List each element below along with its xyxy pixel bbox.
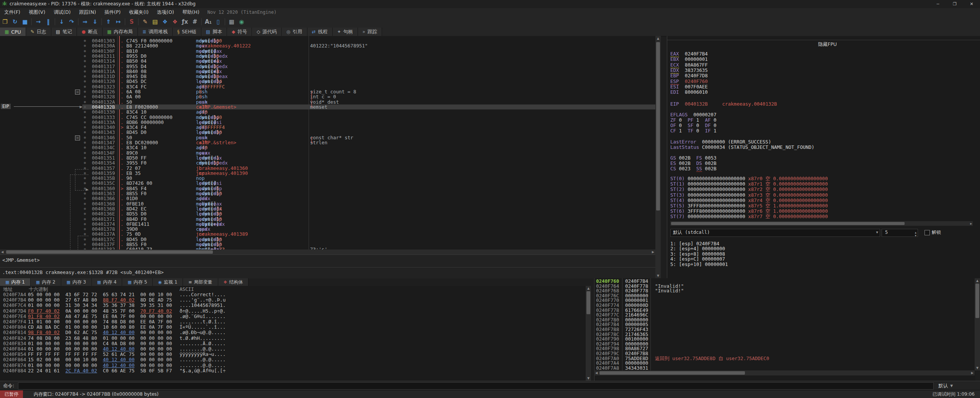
disasm-row[interactable]: ●0040137A.75 0Djne crakmeeasy.401389 <box>0 232 655 237</box>
menu-item-帮助H[interactable]: 帮助(H) <box>178 9 204 16</box>
register-st(0)[interactable]: ST(0) 00000000000000000000 x87r0 空 0.000… <box>670 176 828 181</box>
register-st(2)[interactable]: ST(2) 00000000000000000000 x87r2 空 0.000… <box>670 187 828 192</box>
disasm-row[interactable]: ●00401351.8D50 FFlea edx,dword ptr ds:[e… <box>0 155 655 160</box>
stack-row[interactable]: 0240F79000100000 <box>595 337 975 342</box>
register-ebp[interactable]: EBP 0240F7D8 <box>670 73 708 78</box>
register-esp[interactable]: ESP 0240F760 <box>670 79 708 84</box>
tab-引用[interactable]: ◎引用 <box>282 28 307 36</box>
command-input[interactable] <box>18 382 934 390</box>
disasm-row[interactable]: ●00401326.6A 08push 8┌size_t count = 8 <box>0 89 655 94</box>
flags-row[interactable]: OF 0 SF 0 DF 0 <box>670 123 717 128</box>
stack-row[interactable]: 0240F77C2164696C <box>595 313 975 318</box>
tab-监视1[interactable]: ◉监视 1 <box>153 278 183 286</box>
stack-argument[interactable]: 5: [esp+10] 00000001 <box>670 262 728 267</box>
register-eax[interactable]: EAX 0240F7B4 <box>670 51 708 57</box>
memory-dump-panel[interactable]: 地址 十六进制 ASCII 0240F7A405 00 00 00 43 6F … <box>0 286 591 381</box>
register-eip[interactable]: EIP 0040132B crakmeeasy.0040132B <box>670 101 777 107</box>
maximize-button[interactable]: ❐ <box>946 0 963 8</box>
disasm-row[interactable]: ●0040131A.8B40 08mov eax,dword ptr ds:[e… <box>0 69 655 74</box>
stack-vscrollbar[interactable]: ▲ ▼ <box>975 278 980 370</box>
tab-内存5[interactable]: ▦内存 5 <box>122 278 153 286</box>
text-icon[interactable]: A₁ <box>203 18 213 25</box>
tab-句柄[interactable]: ✦句柄 <box>333 28 358 36</box>
menu-item-视图V[interactable]: 视图(V) <box>24 9 49 16</box>
last-error[interactable]: LastError 00000000 (ERROR_SUCCESS) <box>670 139 771 145</box>
collapse-box[interactable]: − <box>75 135 80 140</box>
stack-row[interactable]: 0240F78872726F43 <box>595 327 975 332</box>
disasm-row[interactable]: ●00401333.C745 CC 00000000mov dword ptr … <box>0 115 655 120</box>
calling-convention-select[interactable]: 默认 (stdcall)▼ <box>670 229 880 237</box>
disasm-row[interactable]: ●0040133A.8DB6 00000000lea esi,dword ptr… <box>0 120 655 125</box>
segment-row[interactable]: ES 002B DS 002B <box>670 161 716 166</box>
register-st(6)[interactable]: ST(6) 3FFF8000000000000000 x87r6 空 1.000… <box>670 209 828 214</box>
collapse-box[interactable]: − <box>75 90 80 95</box>
close-button[interactable]: ✕ <box>963 0 980 8</box>
disasm-row[interactable]: ●00401363.8B55 F0mov edx,dword ptr ss:[e… <box>0 191 655 196</box>
disasm-row[interactable]: ●00401360>8B45 F4mov eax,dword ptr ss:[e… <box>0 186 655 191</box>
menu-item-收藏夹I[interactable]: 收藏夹(I) <box>125 9 153 16</box>
disasm-row[interactable]: ●0040137C.8D45 D0lea eax,dword ptr ss:[e… <box>0 237 655 242</box>
fx-icon[interactable]: ƒx <box>180 18 190 25</box>
tab-脚本[interactable]: ▤脚本 <box>201 28 227 36</box>
stack-row[interactable]: 0240F79400000000 <box>595 342 975 347</box>
disasm-row[interactable]: ●00401320.8D45 DClea eax,dword ptr ss:[e… <box>0 79 655 84</box>
device-icon[interactable]: ▯ <box>213 18 223 25</box>
disasm-row[interactable]: ●00401371.8B4D F0mov ecx,dword ptr ss:[e… <box>0 217 655 222</box>
disasm-row[interactable]: ●00401347.E8 DC020000call <JMP.&strlen>└… <box>0 140 655 145</box>
run-until-icon[interactable]: ↦ <box>113 18 123 25</box>
source-step-icon[interactable]: S <box>127 18 137 25</box>
command-profile-select[interactable]: 默认▼ <box>938 383 953 389</box>
disasm-row[interactable]: ●00401382.C60410 73mov byte ptr ds:[edx+… <box>0 247 655 250</box>
register-esi[interactable]: ESI 007F0AEE <box>670 84 708 90</box>
menu-item-跟踪N[interactable]: 跟踪(N) <box>75 9 100 16</box>
tab-内存2[interactable]: ▦内存 2 <box>31 278 61 286</box>
tab-日志[interactable]: ✎日志 <box>26 28 51 36</box>
disasm-row[interactable]: ●00401368.0FBE10movsx edx,byte ptr ds:[e… <box>0 201 655 206</box>
run-to-user-code-icon[interactable]: ⇑ <box>103 18 113 25</box>
stack-row[interactable]: 0240F7640240F778"Invalid!" <box>595 284 975 289</box>
stack-row[interactable]: 0240F77861766E49 <box>595 308 975 313</box>
tab-符号[interactable]: ◆符号 <box>227 28 252 36</box>
disasm-row[interactable]: ●0040132B.E8 F0020000call <JMP.&memset>└… <box>0 104 655 109</box>
disasm-row[interactable]: ●0040134F.89C0mov eax,eax <box>0 150 655 155</box>
disasm-row[interactable]: ●0040131D.8945 D8mov dword ptr ss:[ebp-2… <box>0 74 655 79</box>
disasm-row[interactable]: ●0040136E.8D55 D0lea edx,dword ptr ss:[e… <box>0 211 655 216</box>
register-eflags[interactable]: EFLAGS 00000207 <box>670 112 716 117</box>
stack-row[interactable]: 0240F7600240F7B4 <box>595 279 975 284</box>
disasm-row[interactable]: ●00401366.01D0add eax,edx <box>0 196 655 201</box>
menu-item-调试D[interactable]: 调试(D) <box>49 9 75 16</box>
tab-seh链[interactable]: §SEH链 <box>173 28 201 36</box>
disasm-row[interactable]: ●0040137F.8B55 F0mov edx,dword ptr ss:[e… <box>0 242 655 247</box>
tab-内存1[interactable]: ▦内存 1 <box>0 278 31 286</box>
disasm-row[interactable]: ●0040130A.B8 22124000mov eax,crakmeeasy.… <box>0 43 655 48</box>
disasm-row[interactable]: ●0040132A.50push eax│void* dest <box>0 100 655 104</box>
register-ecx[interactable]: ECX 80A867FF <box>670 62 708 68</box>
stack-row[interactable]: 0240F77000000001 <box>595 298 975 303</box>
flags-row[interactable]: ZF 0 PF 1 AF 0 <box>670 117 717 123</box>
stack-row[interactable]: 0240F7A075ADDE8D返回到 user32.75ADDE8D 自 us… <box>595 356 975 361</box>
disassembly-hscrollbar[interactable]: ◀ ▶ <box>0 250 655 254</box>
argument-count-spinner[interactable]: 5▲▼ <box>882 229 918 237</box>
disasm-row[interactable]: ●00401346.50push eax┌const char* str <box>0 135 655 140</box>
registers-hscrollbar[interactable]: ▶ <box>670 221 973 226</box>
graph-blue-icon[interactable]: ❖ <box>160 18 170 25</box>
last-status[interactable]: LastStatus C0000034 (STATUS_OBJECT_NAME_… <box>670 145 814 150</box>
stack-row[interactable]: 0240F7A834343031 <box>595 366 975 371</box>
pause-icon[interactable]: ‖ <box>43 18 53 25</box>
open-file-icon[interactable]: ❐ <box>0 18 10 25</box>
dump-vscrollbar[interactable]: ▲ ▼ <box>586 286 591 381</box>
tab-调用堆栈[interactable]: ≣调用堆栈 <box>138 28 173 36</box>
tab-局部变量[interactable]: ≡局部变量 <box>183 278 218 286</box>
menu-item-文件F[interactable]: 文件(F) <box>0 9 24 16</box>
disasm-row[interactable]: ●00401317.8955 D4mov dword ptr ss:[ebp-2… <box>0 64 655 69</box>
disasm-row[interactable]: ●00401378.39D0cmp eax,edx <box>0 227 655 232</box>
stack-row[interactable]: 0240F78400000005 <box>595 322 975 327</box>
disassembly-vscrollbar[interactable]: ▲ ▼ <box>655 36 661 278</box>
comment-icon[interactable]: ▤ <box>150 18 160 25</box>
disasm-row[interactable]: ●00401340>83C4 F4add esp,FFFFFFF4 <box>0 125 655 130</box>
stack-hscrollbar[interactable]: ◀ ▶ <box>594 370 975 375</box>
register-st(1)[interactable]: ST(1) 00000000000000000000 x87r1 空 0.000… <box>670 181 828 187</box>
step-into-icon[interactable]: ↓ <box>57 18 67 25</box>
tab-断点[interactable]: ●断点 <box>77 28 102 36</box>
registers-panel[interactable]: 隐藏FPU EAX 0240F7B4EBX 00000001ECX 80A867… <box>667 36 980 278</box>
